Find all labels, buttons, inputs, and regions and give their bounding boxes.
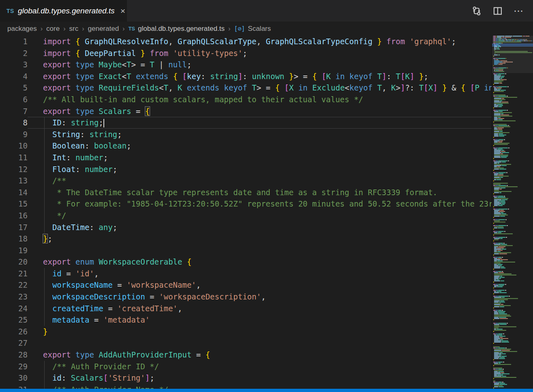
code-line-23[interactable]: 23 workspaceDescription = 'workspaceDesc… [0,291,492,303]
code-line-18[interactable]: 18}; [0,233,492,245]
code-line-5[interactable]: 5export type RequireFields<T, K extends … [0,82,492,94]
token [373,83,377,92]
line-number[interactable]: 16 [0,210,28,222]
code-line-17[interactable]: 17 DateTime: any; [0,222,492,233]
code-text: /** Auth Provider ID */ [28,361,492,373]
line-number[interactable]: 28 [0,349,28,361]
code-line-27[interactable]: 27 [0,337,492,349]
code-line-12[interactable]: 12 Float: number; [0,164,492,175]
line-number[interactable]: 7 [0,106,28,117]
line-number[interactable]: 17 [0,222,28,233]
line-number[interactable]: 10 [0,140,28,152]
line-number[interactable]: 6 [0,94,28,106]
code-line-14[interactable]: 14 * The DateTime scalar type represents… [0,187,492,198]
line-number[interactable]: 8 [0,117,28,129]
code-line-20[interactable]: 20export enum WorkspaceOrderable { [0,256,492,268]
token [479,83,484,92]
token: > [131,60,135,69]
line-number[interactable]: 18 [0,233,28,245]
code-lines[interactable]: 1import { GraphQLResolveInfo, GraphQLSca… [0,36,492,389]
code-line-28[interactable]: 28export type AddAuthProviderInput = { [0,349,492,361]
code-line-6[interactable]: 6/** All built-in and custom scalars, ma… [0,94,492,106]
line-number[interactable]: 14 [0,187,28,198]
code-line-19[interactable]: 19 [0,245,492,256]
code-line-7[interactable]: 7export type Scalars = { [0,106,492,117]
code-line-15[interactable]: 15 * For example: "1985-04-12T23:20:50.5… [0,198,492,210]
code-line-21[interactable]: 21 id = 'id', [0,268,492,280]
token [168,72,173,81]
line-number[interactable]: 1 [0,36,28,47]
line-number[interactable]: 19 [0,245,28,256]
line-number[interactable]: 26 [0,326,28,338]
line-number[interactable]: 9 [0,129,28,140]
token: [ [182,72,187,81]
line-number[interactable]: 3 [0,59,28,71]
line-number[interactable]: 29 [0,361,28,373]
breadcrumb-separator-icon: › [228,25,230,32]
token: , [382,83,391,92]
token: ; [99,118,103,127]
line-number[interactable]: 12 [0,164,28,175]
minimap[interactable] [492,36,533,389]
line-number[interactable]: 22 [0,279,28,291]
code-line-4[interactable]: 4export type Exact<T extends { [key: str… [0,71,492,82]
status-bar[interactable] [0,389,533,392]
code-text [28,337,492,349]
line-number[interactable]: 20 [0,256,28,268]
line-number[interactable]: 24 [0,303,28,314]
code-line-16[interactable]: 16 */ [0,210,492,222]
breadcrumb-label: packages [7,25,37,33]
code-line-22[interactable]: 22 workspaceName = 'workspaceName', [0,279,492,291]
token: in [335,72,345,81]
code-line-10[interactable]: 10 Boolean: boolean; [0,140,492,152]
breadcrumb-item-scalars[interactable]: [⊘]Scalars [234,25,271,33]
token: ; [113,165,117,174]
token: type [75,350,94,359]
line-number[interactable]: 27 [0,337,28,349]
code-text: Boolean: boolean; [28,140,492,152]
line-number[interactable]: 25 [0,314,28,326]
code-line-29[interactable]: 29 /** Auth Provider ID */ [0,361,492,373]
line-number[interactable]: 15 [0,198,28,210]
code-line-25[interactable]: 25 metadata = 'metadata' [0,314,492,326]
line-number[interactable]: 13 [0,175,28,187]
breadcrumb-item-global-db-types-generated-ts[interactable]: TSglobal.db.types.generated.ts [128,25,224,33]
open-changes-icon[interactable] [471,6,482,16]
line-number[interactable]: 23 [0,291,28,303]
code-line-8[interactable]: 8 ID: string; [0,117,492,129]
close-tab-icon[interactable]: × [120,6,125,15]
line-number[interactable]: 2 [0,47,28,59]
code-line-26[interactable]: 26} [0,326,492,338]
vscode-window: TS global.db.types.generated.ts × [0,0,533,392]
code-editor[interactable]: 1import { GraphQLResolveInfo, GraphQLSca… [0,36,533,389]
token: from [150,49,168,58]
line-number[interactable]: 30 [0,372,28,384]
code-line-2[interactable]: 2import { DeepPartial } from 'utility-ty… [0,47,492,59]
breadcrumb-item-packages[interactable]: packages [7,25,37,33]
code-line-24[interactable]: 24 createdTime = 'createdTime', [0,303,492,314]
line-number[interactable]: 5 [0,82,28,94]
token: ; [127,141,131,150]
breadcrumb-item-generated[interactable]: generated [88,25,119,33]
code-line-13[interactable]: 13 /** [0,175,492,187]
code-line-1[interactable]: 1import { GraphQLResolveInfo, GraphQLSca… [0,36,492,47]
code-line-9[interactable]: 9 String: string; [0,129,492,140]
code-line-30[interactable]: 30 id: Scalars['String']; [0,372,492,384]
line-number[interactable]: 11 [0,152,28,164]
line-number[interactable]: 31 [0,384,28,389]
line-number[interactable]: 21 [0,268,28,280]
code-line-31[interactable]: 31 /** Auth Provider Name */ [0,384,492,389]
breadcrumb-item-core[interactable]: core [46,25,60,33]
split-editor-icon[interactable] [492,6,503,16]
more-actions-icon[interactable]: ⋯ [514,9,524,13]
token: { [173,72,177,81]
line-number[interactable]: 4 [0,71,28,82]
token: */ [43,211,66,220]
token: DateTime [52,223,90,232]
tab-global-db-types[interactable]: TS global.db.types.generated.ts × [0,0,127,22]
code-line-11[interactable]: 11 Int: number; [0,152,492,164]
minimap-slider[interactable] [492,36,533,73]
code-line-3[interactable]: 3export type Maybe<T> = T | null; [0,59,492,71]
token: unknown [252,72,284,81]
breadcrumb-item-src[interactable]: src [69,25,79,33]
